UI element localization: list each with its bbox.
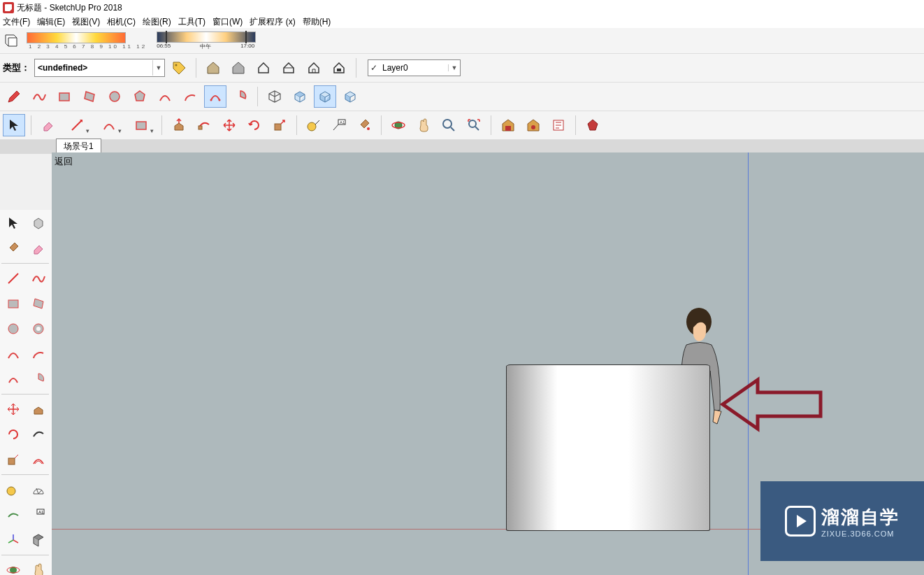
send-to-layout-button[interactable] xyxy=(547,114,570,136)
lt-rect[interactable] xyxy=(1,292,25,315)
lt-eraser[interactable] xyxy=(27,236,50,260)
arc-tool-dropdown[interactable] xyxy=(94,114,124,136)
shape-tool-dropdown[interactable] xyxy=(127,114,156,136)
house-button-1[interactable] xyxy=(252,57,275,79)
warehouse-button-1[interactable] xyxy=(202,57,224,79)
svg-point-3 xyxy=(110,92,120,101)
lt-section[interactable] xyxy=(27,528,50,552)
move-tool[interactable] xyxy=(218,114,240,136)
lt-arc1[interactable] xyxy=(1,342,25,366)
pencil-tool[interactable] xyxy=(3,85,25,108)
warehouse-button-2[interactable] xyxy=(227,57,250,79)
lt-scale[interactable] xyxy=(1,448,25,471)
menu-file[interactable]: 文件(F) xyxy=(3,16,30,28)
lt-followme[interactable] xyxy=(27,423,50,446)
followme-tool[interactable] xyxy=(193,114,215,136)
ruby-console-button[interactable] xyxy=(582,114,604,136)
lt-offset[interactable] xyxy=(27,448,50,471)
menu-help[interactable]: 帮助(H) xyxy=(303,16,331,28)
svg-point-0 xyxy=(175,64,178,66)
3d-warehouse-button[interactable] xyxy=(497,114,519,136)
top-view-button[interactable] xyxy=(289,85,311,108)
toolbar-large: A1 xyxy=(0,111,924,140)
zoom-extents-tool[interactable] xyxy=(463,114,485,136)
lt-arc2[interactable] xyxy=(27,342,50,366)
back-view-button[interactable] xyxy=(339,85,361,108)
paint-bucket-tool[interactable] xyxy=(353,114,375,136)
lt-pushpull[interactable] xyxy=(27,397,50,421)
line-tool-dropdown[interactable] xyxy=(62,114,92,136)
lt-axes[interactable] xyxy=(1,528,25,552)
lt-rotate[interactable] xyxy=(1,423,25,446)
rotate-tool[interactable] xyxy=(243,114,266,136)
type-combo-input[interactable] xyxy=(35,60,152,76)
chevron-down-icon[interactable]: ▼ xyxy=(152,60,164,76)
chevron-down-icon[interactable]: ▼ xyxy=(448,64,460,71)
lt-paint[interactable] xyxy=(1,236,25,260)
house-button-4[interactable] xyxy=(328,57,350,79)
pushpull-tool[interactable] xyxy=(168,114,190,136)
pan-tool[interactable] xyxy=(412,114,435,136)
lt-tape[interactable] xyxy=(1,478,25,502)
tape-measure-tool[interactable] xyxy=(303,114,325,136)
iso-view-button[interactable] xyxy=(264,85,286,108)
front-view-button[interactable] xyxy=(314,85,336,108)
time-mid: 中午 xyxy=(200,43,211,50)
orbit-tool[interactable] xyxy=(387,114,410,136)
app-icon xyxy=(3,2,14,13)
scene-tab-1[interactable]: 场景号1 xyxy=(56,139,101,154)
svg-rect-17 xyxy=(505,126,511,131)
svg-point-4 xyxy=(210,99,212,101)
circle-tool[interactable] xyxy=(103,85,126,108)
lt-line[interactable] xyxy=(1,267,25,290)
menu-window[interactable]: 窗口(W) xyxy=(212,16,243,28)
lt-circle[interactable] xyxy=(1,317,25,341)
lt-freehand[interactable] xyxy=(27,267,50,290)
house-button-3[interactable] xyxy=(303,57,325,79)
layer-combo[interactable]: ✓ Layer0 ▼ xyxy=(368,59,461,76)
lt-rrect[interactable] xyxy=(27,292,50,315)
tag-button[interactable] xyxy=(168,57,190,79)
lt-dimension[interactable] xyxy=(1,503,25,527)
lt-select[interactable] xyxy=(1,211,25,235)
lt-arc3[interactable] xyxy=(1,367,25,391)
shadow-toggle-icon[interactable] xyxy=(3,32,20,49)
svg-point-16 xyxy=(469,120,476,127)
extension-warehouse-button[interactable] xyxy=(522,114,544,136)
lt-poly[interactable] xyxy=(27,317,50,341)
select-tool[interactable] xyxy=(3,114,25,136)
eraser-tool[interactable] xyxy=(37,114,59,136)
arc-tool-1[interactable] xyxy=(154,85,176,108)
watermark-subtitle: ZIXUE.3D66.COM xyxy=(821,530,900,538)
polygon-tool[interactable] xyxy=(129,85,151,108)
lt-text[interactable]: A1 xyxy=(27,503,50,527)
toolbar-type: 类型： ▼ ✓ Layer0 ▼ xyxy=(0,54,924,83)
time-slider[interactable]: 06:55 中午 17:00 xyxy=(150,31,256,50)
zoom-tool[interactable] xyxy=(438,114,460,136)
lt-move[interactable] xyxy=(1,397,25,421)
menu-tools[interactable]: 工具(T) xyxy=(178,16,205,28)
pie-tool[interactable] xyxy=(229,85,252,108)
month-slider[interactable]: 1 2 3 4 5 6 7 8 9 10 11 12 xyxy=(27,32,147,50)
menu-camera[interactable]: 相机(C) xyxy=(107,16,136,28)
arc-tool-2[interactable] xyxy=(179,85,201,108)
lt-pie[interactable] xyxy=(27,367,50,391)
rotated-rectangle-tool[interactable] xyxy=(78,85,101,108)
menu-extensions[interactable]: 扩展程序 (x) xyxy=(250,16,295,28)
viewport[interactable]: 返回 溜溜自学 ZIXUE.3D66.COM xyxy=(52,152,924,575)
arc-tool-3[interactable] xyxy=(204,85,226,108)
layer-visible-check[interactable]: ✓ xyxy=(368,63,380,73)
scale-tool[interactable] xyxy=(268,114,291,136)
house-button-2[interactable] xyxy=(277,57,300,79)
freehand-tool[interactable] xyxy=(28,85,50,108)
text-tool[interactable]: A1 xyxy=(328,114,350,136)
menu-edit[interactable]: 编辑(E) xyxy=(37,16,65,28)
lt-component[interactable] xyxy=(27,211,50,235)
menu-draw[interactable]: 绘图(R) xyxy=(143,16,171,28)
lt-protractor[interactable] xyxy=(27,478,50,502)
menu-view[interactable]: 视图(V) xyxy=(72,16,100,28)
rectangle-tool[interactable] xyxy=(53,85,75,108)
type-combo[interactable]: ▼ xyxy=(34,59,165,77)
lt-orbit[interactable] xyxy=(1,558,25,575)
lt-pan[interactable] xyxy=(27,558,50,575)
